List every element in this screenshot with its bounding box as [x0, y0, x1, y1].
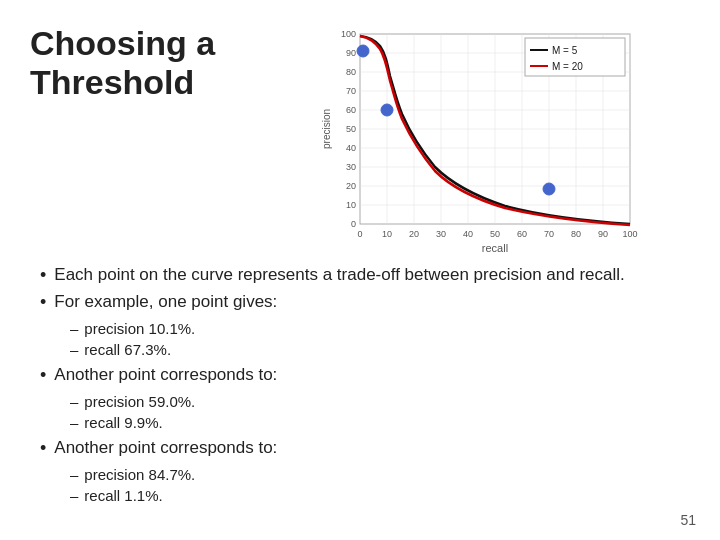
svg-point-45	[381, 104, 393, 116]
title-line2: Threshold	[30, 63, 194, 101]
svg-text:70: 70	[544, 229, 554, 239]
bullet-4: • Another point corresponds to:	[40, 437, 690, 460]
svg-text:100: 100	[622, 229, 637, 239]
bullet-3: • Another point corresponds to:	[40, 364, 690, 387]
bullet-2: • For example, one point gives:	[40, 291, 690, 314]
bullet-text-3: Another point corresponds to:	[54, 364, 277, 387]
bullet-text-4: Another point corresponds to:	[54, 437, 277, 460]
title-area: Choosing a Threshold	[30, 24, 290, 102]
bullet-1: • Each point on the curve represents a t…	[40, 264, 690, 287]
svg-text:precision: precision	[321, 109, 332, 149]
svg-text:60: 60	[346, 105, 356, 115]
svg-text:30: 30	[436, 229, 446, 239]
slide: Choosing a Threshold	[0, 0, 720, 540]
content-area: • Each point on the curve represents a t…	[30, 264, 690, 510]
bullet-text-2: For example, one point gives:	[54, 291, 277, 314]
sub-item-4-1: –precision 84.7%.	[70, 464, 690, 485]
svg-text:40: 40	[346, 143, 356, 153]
chart-container: 100 90 80 70 60 50 40 30 20 10 0 0 10 20…	[320, 24, 660, 254]
svg-text:60: 60	[517, 229, 527, 239]
svg-text:20: 20	[346, 181, 356, 191]
sub-item-3-1: –precision 59.0%.	[70, 391, 690, 412]
svg-text:80: 80	[571, 229, 581, 239]
svg-text:0: 0	[357, 229, 362, 239]
title-line1: Choosing a	[30, 24, 215, 62]
svg-text:100: 100	[341, 29, 356, 39]
sub-item-3-2: –recall 9.9%.	[70, 412, 690, 433]
sub-item-2-2: –recall 67.3%.	[70, 339, 690, 360]
page-number: 51	[680, 512, 696, 528]
svg-text:70: 70	[346, 86, 356, 96]
svg-text:10: 10	[346, 200, 356, 210]
bullet-text-1: Each point on the curve represents a tra…	[54, 264, 624, 287]
svg-text:10: 10	[382, 229, 392, 239]
sub-item-4-2: –recall 1.1%.	[70, 485, 690, 506]
svg-text:40: 40	[463, 229, 473, 239]
bullet-3-subitems: –precision 59.0%. –recall 9.9%.	[70, 391, 690, 433]
svg-text:recall: recall	[482, 242, 508, 254]
svg-text:90: 90	[598, 229, 608, 239]
svg-point-44	[357, 45, 369, 57]
svg-text:80: 80	[346, 67, 356, 77]
svg-text:90: 90	[346, 48, 356, 58]
chart-area: 100 90 80 70 60 50 40 30 20 10 0 0 10 20…	[290, 24, 690, 254]
svg-text:20: 20	[409, 229, 419, 239]
bullet-4-subitems: –precision 84.7%. –recall 1.1%.	[70, 464, 690, 506]
svg-text:0: 0	[351, 219, 356, 229]
svg-point-46	[543, 183, 555, 195]
svg-text:30: 30	[346, 162, 356, 172]
svg-text:M = 20: M = 20	[552, 61, 583, 72]
pr-chart: 100 90 80 70 60 50 40 30 20 10 0 0 10 20…	[320, 24, 660, 254]
svg-text:50: 50	[490, 229, 500, 239]
bullet-dot-4: •	[40, 438, 46, 460]
bullet-2-subitems: –precision 10.1%. –recall 67.3%.	[70, 318, 690, 360]
bullet-dot-3: •	[40, 365, 46, 387]
svg-text:50: 50	[346, 124, 356, 134]
slide-title: Choosing a Threshold	[30, 24, 290, 102]
sub-item-2-1: –precision 10.1%.	[70, 318, 690, 339]
top-section: Choosing a Threshold	[30, 24, 690, 254]
bullet-dot-2: •	[40, 292, 46, 314]
bullet-dot-1: •	[40, 265, 46, 287]
svg-text:M = 5: M = 5	[552, 45, 578, 56]
